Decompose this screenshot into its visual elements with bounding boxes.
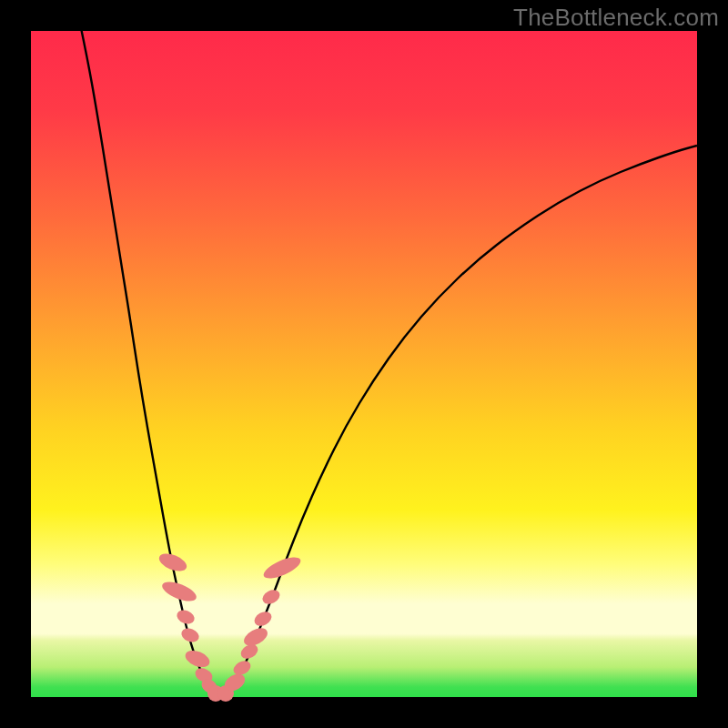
marker-icon — [260, 587, 282, 606]
curve-markers — [157, 551, 303, 702]
plot-area — [31, 31, 697, 697]
marker-icon — [183, 647, 212, 670]
marker-icon — [261, 553, 304, 583]
marker-icon — [252, 609, 274, 629]
watermark-text: TheBottleneck.com — [513, 4, 719, 32]
chart-frame: TheBottleneck.com — [0, 0, 728, 728]
marker-icon — [179, 626, 201, 644]
marker-icon — [175, 608, 197, 626]
bottleneck-curve — [31, 31, 697, 697]
